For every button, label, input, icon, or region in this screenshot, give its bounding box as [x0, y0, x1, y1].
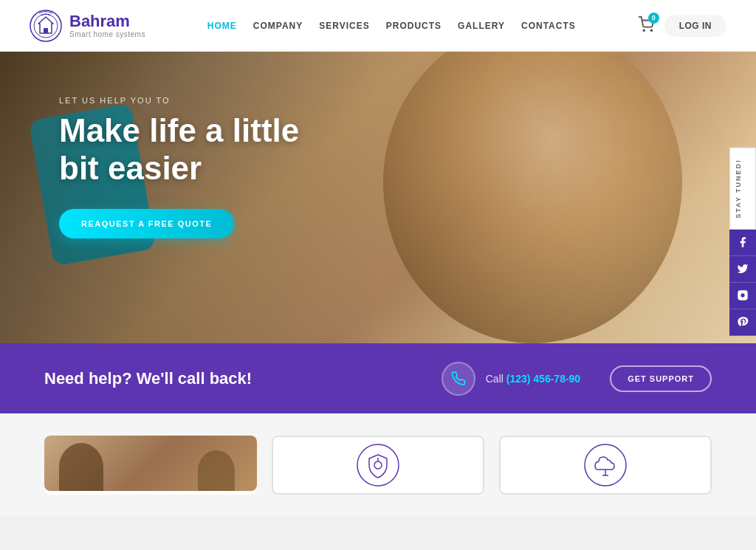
stay-tuned-label: STAY TUNED! — [729, 148, 756, 230]
card-icon-2 — [272, 436, 484, 495]
nav-gallery[interactable]: GALLERY — [458, 21, 505, 31]
nav-home[interactable]: HOME — [207, 21, 237, 31]
svg-point-3 — [643, 30, 645, 31]
call-area: Call (123) 456-78-90 — [441, 362, 580, 396]
nav-company[interactable]: COMPANY — [253, 21, 303, 31]
svg-rect-2 — [44, 28, 48, 33]
hero-content: LET US HELP YOU TO Make life a little bi… — [59, 96, 299, 238]
card-image-1 — [44, 436, 257, 491]
login-button[interactable]: LOG IN — [664, 15, 726, 37]
card-icon-3 — [499, 436, 712, 495]
header: Bahram Smart home systems HOME COMPANY S… — [0, 0, 756, 52]
twitter-icon — [737, 263, 749, 275]
nav-services[interactable]: SERVICES — [319, 21, 369, 31]
instagram-icon — [737, 289, 749, 301]
instagram-button[interactable] — [729, 283, 756, 309]
security-icon — [356, 443, 400, 487]
facebook-icon — [737, 236, 749, 248]
phone-icon — [451, 371, 466, 386]
purple-band: Need help? We'll call back! Call (123) 4… — [0, 343, 756, 413]
phone-icon-circle — [441, 362, 475, 396]
nav-contacts[interactable]: CONTACTS — [521, 21, 576, 31]
svg-point-5 — [357, 444, 399, 486]
hero-label: LET US HELP YOU TO — [59, 96, 299, 105]
get-support-button[interactable]: GET SUPPORT — [610, 365, 712, 392]
call-label: Call (123) 456-78-90 — [486, 373, 580, 385]
page-wrapper: Bahram Smart home systems HOME COMPANY S… — [0, 0, 756, 517]
help-text: Need help? We'll call back! — [44, 369, 412, 388]
hero-headline-line2: bit easier — [59, 150, 202, 186]
nav-products[interactable]: PRODUCTS — [386, 21, 441, 31]
hero-headline: Make life a little bit easier — [59, 112, 299, 187]
nav-right: 0 LOG IN — [638, 15, 726, 37]
twitter-button[interactable] — [729, 256, 756, 283]
pinterest-icon — [737, 316, 749, 328]
main-nav: HOME COMPANY SERVICES PRODUCTS GALLERY C… — [207, 21, 576, 31]
phone-number: (123) 456-78-90 — [506, 373, 580, 385]
bottom-section — [0, 413, 756, 517]
svg-point-6 — [374, 461, 382, 469]
pinterest-button[interactable] — [729, 309, 756, 336]
logo[interactable]: Bahram Smart home systems — [30, 10, 145, 42]
svg-point-8 — [585, 444, 626, 486]
logo-icon — [30, 10, 62, 42]
hero-cta-button[interactable]: REAQUEST A FREE QUOTE — [59, 209, 234, 238]
logo-subtitle: Smart home systems — [69, 30, 145, 38]
svg-point-4 — [650, 30, 652, 31]
bottom-card-1 — [44, 436, 257, 495]
social-sidebar: STAY TUNED! — [729, 148, 756, 336]
logo-text: Bahram Smart home systems — [69, 13, 145, 38]
bottom-card-2 — [272, 436, 484, 495]
logo-title: Bahram — [69, 13, 145, 30]
cart-button[interactable]: 0 — [638, 16, 654, 35]
cloud-icon — [583, 443, 628, 487]
svg-point-0 — [30, 10, 61, 41]
facebook-button[interactable] — [729, 230, 756, 256]
cart-badge: 0 — [648, 13, 659, 24]
bottom-card-3 — [499, 436, 712, 495]
hero-headline-line1: Make life a little — [59, 112, 299, 148]
hero-section: LET US HELP YOU TO Make life a little bi… — [0, 52, 756, 343]
